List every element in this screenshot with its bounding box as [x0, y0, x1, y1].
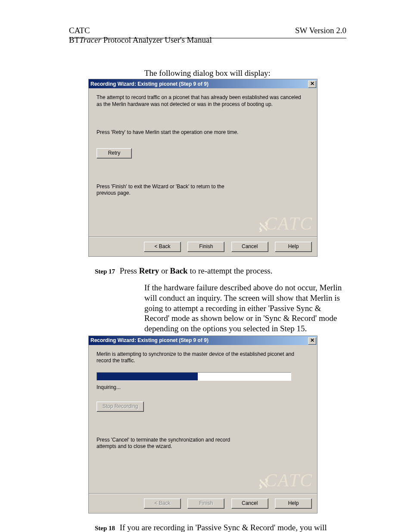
dialog1-footer: < Back Finish Cancel Help — [89, 237, 317, 256]
cancel-button[interactable]: Cancel — [231, 242, 268, 252]
finish-button[interactable]: Finish — [187, 242, 224, 252]
dialog2-status: Inquiring... — [97, 384, 309, 391]
header-center-italic: Tracer — [79, 35, 101, 44]
header-center-prefix: BT — [69, 35, 79, 44]
retry-button[interactable]: Retry — [97, 148, 132, 159]
back-button[interactable]: < Back — [144, 242, 181, 252]
cancel-button[interactable]: Cancel — [231, 498, 268, 509]
header-right: SW Version 2.0 — [295, 26, 346, 35]
dialog1-msg2: Press 'Retry' to have Merlin start the o… — [97, 129, 309, 136]
dialog1-title: Recording Wizard: Existing piconet (Step… — [90, 81, 209, 87]
step18: Step 18 If you are recording in 'Passive… — [95, 523, 411, 532]
help-button[interactable]: Help — [275, 242, 312, 252]
manual-page: CATC SW Version 2.0 BTTracer Protocol An… — [0, 0, 411, 532]
dialog2: Recording Wizard: Existing piconet (Step… — [88, 336, 318, 513]
watermark-icon: ℵCATC — [257, 470, 313, 491]
dialog1-msg3: Press 'Finish' to exit the Wizard or 'Ba… — [97, 184, 234, 197]
finish-button: Finish — [187, 498, 224, 509]
header-center: BTTracer Protocol Analyzer User's Manual — [0, 35, 411, 45]
dialog1-msg1: The attempt to record traffic on a picon… — [97, 94, 308, 108]
dialog1: Recording Wizard: Existing piconet (Step… — [88, 79, 318, 257]
close-icon[interactable]: ✕ — [308, 337, 316, 345]
stop-recording-button[interactable]: Stop Recording — [97, 401, 144, 412]
dialog2-footer: < Back Finish Cancel Help — [89, 494, 317, 513]
header-left: CATC — [69, 26, 90, 35]
step17-text: Press Retry or Back to re-attempt the pr… — [120, 266, 273, 275]
step18-label: Step 18 — [95, 525, 115, 532]
header-center-suffix: Protocol Analyzer User's Manual — [101, 35, 212, 44]
dialog1-titlebar: Recording Wizard: Existing piconet (Step… — [89, 79, 317, 88]
progress-fill — [97, 373, 198, 380]
close-icon[interactable]: ✕ — [308, 81, 316, 88]
step17-label: Step 17 — [95, 268, 115, 275]
dialog2-title: Recording Wizard: Existing piconet (Step… — [90, 337, 209, 343]
progress-bar — [97, 372, 291, 381]
watermark-icon: ℵCATC — [257, 213, 313, 234]
step17: Step 17 Press Retry or Back to re-attemp… — [95, 266, 411, 276]
page-header: CATC SW Version 2.0 BTTracer Protocol An… — [0, 26, 411, 36]
dialog2-msg1: Merlin is attempting to synchronize to t… — [97, 351, 295, 364]
step18-text: If you are recording in 'Passive Sync & … — [120, 523, 327, 532]
step17-body: If the hardware failure described above … — [144, 283, 346, 334]
dialog2-msg3: Press 'Cancel' to terminate the synchron… — [97, 437, 234, 450]
dialog2-titlebar: Recording Wizard: Existing piconet (Step… — [89, 336, 317, 345]
back-button: < Back — [144, 498, 181, 509]
help-button[interactable]: Help — [275, 498, 312, 509]
dialog1-caption: The following dialog box will display: — [144, 68, 411, 78]
